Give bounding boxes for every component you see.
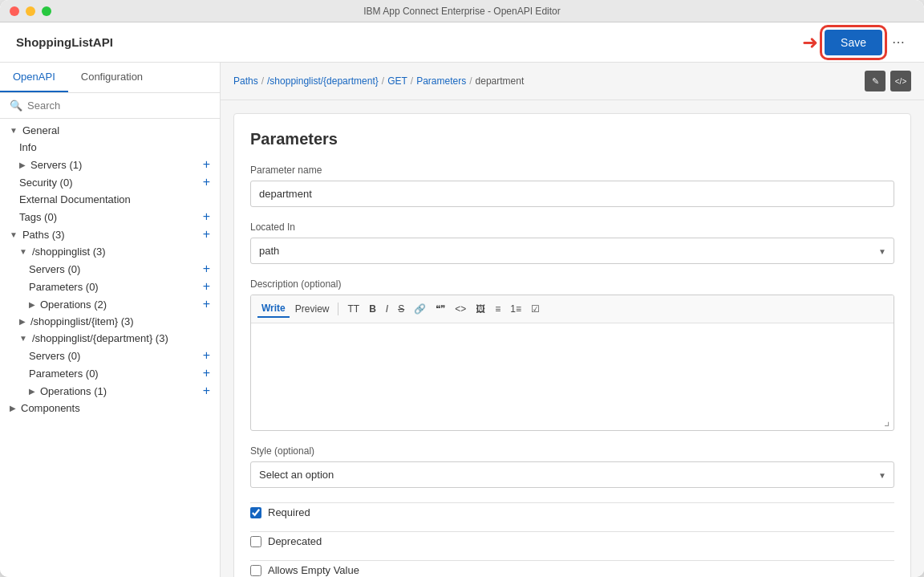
required-label: Required [268,506,310,518]
toolbar-bold-button[interactable]: B [365,301,380,317]
toolbar-italic-button[interactable]: I [382,301,392,317]
arrow-icon: ➜ [802,31,818,54]
style-label: Style (optional) [250,445,894,457]
title-bar: IBM App Connect Enterprise - OpenAPI Edi… [0,0,924,22]
tab-configuration[interactable]: Configuration [68,63,156,92]
toolbar-ol-button[interactable]: 1≡ [506,301,525,317]
close-button[interactable] [10,6,19,16]
sidebar-item-sl-params[interactable]: Parameters (0) + [0,278,220,295]
toolbar-strike-button[interactable]: S [394,301,408,317]
divider-1 [250,502,894,503]
param-name-group: Parameter name [250,165,894,207]
sidebar-item-dept-params[interactable]: Parameters (0) + [0,364,220,382]
breadcrumb-path-item[interactable]: /shoppinglist/{department} [267,75,379,87]
chevron-right-icon-dept-ops: ▶ [29,387,35,396]
description-group: Description (optional) Write Preview TT … [250,278,894,431]
app-header: ShoppingListAPI ➜ Save ⋯ [0,22,924,63]
deprecated-checkbox[interactable] [250,536,261,547]
more-button[interactable]: ⋯ [889,31,908,53]
toolbar-divider [338,303,338,315]
sidebar-item-shoppinglist-dept[interactable]: ▼ /shoppinglist/{department} (3) [0,330,220,347]
toolbar-link-button[interactable]: 🔗 [410,301,430,317]
add-dept-ops-button[interactable]: + [200,384,213,397]
sidebar-item-tags[interactable]: Tags (0) + [0,208,220,226]
toolbar-tt-button[interactable]: TT [343,301,363,317]
add-sl-params-button[interactable]: + [200,280,213,293]
param-name-input[interactable] [250,181,894,207]
search-input[interactable] [27,100,210,112]
code-icon-button[interactable]: </> [890,71,911,91]
style-select[interactable]: Select an option simple form matrix labe… [250,461,894,488]
window-controls [10,6,51,16]
chevron-right-icon-item: ▶ [19,317,26,326]
sidebar-item-sl-ops[interactable]: ▶ Operations (2) + [0,295,220,313]
main-content: Paths / /shoppinglist/{department} / GET… [221,63,924,577]
tab-openapi[interactable]: OpenAPI [0,63,68,92]
toolbar-preview-button[interactable]: Preview [291,301,334,317]
chevron-down-icon-dept: ▼ [19,334,27,343]
breadcrumb-current: department [476,75,525,87]
allows-empty-checkbox[interactable] [250,565,261,576]
style-group: Style (optional) Select an option simple… [250,445,894,488]
breadcrumb-sep1: / [261,75,264,87]
breadcrumb-bar: Paths / /shoppinglist/{department} / GET… [221,63,924,100]
add-sl-ops-button[interactable]: + [200,298,213,311]
add-servers-button[interactable]: + [200,158,213,171]
sidebar-item-info[interactable]: Info [0,139,220,156]
editor-body[interactable] [251,323,894,412]
add-dept-params-button[interactable]: + [200,367,213,380]
chevron-down-icon-sl: ▼ [19,247,27,256]
sidebar-item-security[interactable]: Security (0) + [0,173,220,191]
toolbar-code-button[interactable]: <> [451,301,470,317]
toolbar-task-button[interactable]: ☑ [527,301,544,317]
add-security-button[interactable]: + [200,176,213,189]
editor-resize-handle[interactable]: ⌟ [251,412,894,430]
minimize-button[interactable] [26,6,35,16]
sidebar-tree: ▼ General Info ▶ Servers (1) [0,119,220,577]
sidebar-item-dept-ops[interactable]: ▶ Operations (1) + [0,382,220,400]
app-body: ShoppingListAPI ➜ Save ⋯ OpenAPI Configu… [0,22,924,577]
located-in-select[interactable]: path query header cookie [250,238,894,264]
sidebar-item-components[interactable]: ▶ Components [0,400,220,416]
located-in-label: Located In [250,221,894,233]
page-title: Parameters [250,130,894,148]
sidebar-item-general[interactable]: ▼ General [0,122,220,139]
toolbar-ul-button[interactable]: ≡ [491,301,505,317]
toolbar-image-button[interactable]: 🖼 [472,301,489,317]
add-paths-button[interactable]: + [200,228,213,241]
app-title: ShoppingListAPI [16,35,113,49]
edit-icon-button[interactable]: ✎ [865,71,886,91]
deprecated-group: Deprecated [250,535,894,547]
located-in-group: Located In path query header cookie ▼ [250,221,894,264]
add-tags-button[interactable]: + [200,210,213,223]
sidebar-item-sl-servers[interactable]: Servers (0) + [0,260,220,278]
sidebar-item-shoppinglist-item[interactable]: ▶ /shoppinglist/{item} (3) [0,313,220,330]
add-dept-servers-button[interactable]: + [200,349,213,362]
chevron-right-icon: ▶ [19,161,26,169]
style-select-wrap: Select an option simple form matrix labe… [250,461,894,488]
required-checkbox[interactable] [250,507,261,518]
toolbar-write-button[interactable]: Write [257,300,290,318]
sidebar-item-shoppinglist[interactable]: ▼ /shoppinglist (3) [0,243,220,260]
breadcrumb-paths[interactable]: Paths [233,75,258,87]
toolbar-quote-button[interactable]: ❝❞ [432,301,449,317]
chevron-down-icon-paths: ▼ [10,230,18,239]
allows-empty-group: Allows Empty Value [250,564,894,576]
breadcrumb-method[interactable]: GET [387,75,407,87]
app-window: IBM App Connect Enterprise - OpenAPI Edi… [0,0,924,577]
add-sl-servers-button[interactable]: + [200,262,213,275]
sidebar-item-dept-servers[interactable]: Servers (0) + [0,347,220,364]
sidebar-item-servers[interactable]: ▶ Servers (1) + [0,156,220,173]
form-panel: Parameters Parameter name Located In pat… [233,113,911,577]
param-name-label: Parameter name [250,165,894,176]
breadcrumb-parameters[interactable]: Parameters [416,75,466,87]
save-button[interactable]: Save [825,30,882,55]
required-group: Required [250,506,894,518]
sidebar-item-paths[interactable]: ▼ Paths (3) + [0,226,220,243]
sidebar-item-ext-doc[interactable]: External Documentation [0,191,220,208]
maximize-button[interactable] [42,6,51,16]
content-area: OpenAPI Configuration 🔍 [0,63,924,577]
divider-2 [250,531,894,532]
chevron-down-icon: ▼ [10,126,18,135]
allows-empty-label: Allows Empty Value [268,564,359,576]
